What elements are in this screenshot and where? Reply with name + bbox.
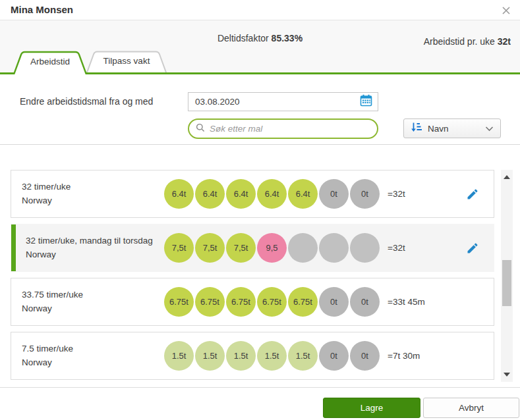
day-circle: 6.75t xyxy=(226,287,256,317)
day-circle: 7,5t xyxy=(164,233,194,263)
date-value: 03.08.2020 xyxy=(195,97,360,107)
template-total: =32t xyxy=(388,189,405,199)
day-circle: 1.5t xyxy=(288,341,318,371)
day-circle: 0t xyxy=(319,287,349,317)
calendar-icon[interactable] xyxy=(360,94,372,109)
day-circle: 7,5t xyxy=(226,233,256,263)
tab-tilpass-vakt-label: Tilpass vakt xyxy=(86,56,167,66)
arbeidstid-label: Arbeidstid pr. uke xyxy=(424,36,495,47)
day-circle: 6.4t xyxy=(257,179,287,209)
arbeidstid-summary: Arbeidstid pr. uke 32t xyxy=(424,36,511,47)
sort-ascending-icon xyxy=(411,122,422,136)
template-total: =32t xyxy=(388,243,405,253)
cancel-button[interactable]: Avbryt xyxy=(423,398,519,418)
template-total: =7t 30m xyxy=(388,351,420,361)
chevron-down-icon xyxy=(485,122,494,134)
day-circle: 6.4t xyxy=(288,179,318,209)
search-box xyxy=(188,118,378,139)
edit-button[interactable] xyxy=(466,188,479,201)
day-circle xyxy=(350,233,380,263)
template-row[interactable]: 32 timer/uke, mandag til torsdag Norway … xyxy=(11,224,494,272)
summary-band: Deltidsfaktor 85.33% Arbeidstid pr. uke … xyxy=(0,20,520,74)
save-button[interactable]: Lagre xyxy=(323,398,420,418)
sort-dropdown-value: Navn xyxy=(428,124,449,134)
modal-footer: Lagre Avbryt xyxy=(0,387,520,420)
scrollbar[interactable] xyxy=(501,170,513,382)
arbeidstid-value: 32t xyxy=(498,36,511,47)
template-row[interactable]: 32 timer/uke Norway 6.4t6.4t6.4t6.4t6.4t… xyxy=(11,170,494,218)
day-circles: 1.5t1.5t1.5t1.5t1.5t0t0t xyxy=(164,341,381,371)
scroll-down-arrow-icon[interactable] xyxy=(504,373,510,377)
template-unit: Norway xyxy=(22,356,164,370)
employee-worktime-modal: Mina Monsen Deltidsfaktor 85.33% Arbeids… xyxy=(0,0,520,420)
day-circle: 1.5t xyxy=(195,341,225,371)
template-unit: Norway xyxy=(22,302,164,316)
scroll-up-arrow-icon[interactable] xyxy=(504,175,510,179)
day-circle: 0t xyxy=(350,287,380,317)
day-circle: 6.75t xyxy=(195,287,225,317)
selected-indicator xyxy=(11,224,16,271)
day-circle: 0t xyxy=(350,179,380,209)
template-unit: Norway xyxy=(26,248,164,262)
template-total: =33t 45m xyxy=(388,297,425,307)
form-area: Endre arbeidstidsmal fra og med 03.08.20… xyxy=(0,74,520,145)
deltidsfaktor-value: 85.33% xyxy=(272,33,303,43)
day-circle: 6.4t xyxy=(226,179,256,209)
template-row[interactable]: 7.5 timer/uke Norway 1.5t1.5t1.5t1.5t1.5… xyxy=(11,332,494,380)
day-circle xyxy=(319,233,349,263)
date-input[interactable]: 03.08.2020 xyxy=(188,92,378,111)
template-row[interactable]: 33.75 timer/uke Norway 6.75t6.75t6.75t6.… xyxy=(11,278,494,326)
tab-arbeidstid[interactable]: Arbeidstid xyxy=(13,51,87,74)
template-name: 33.75 timer/uke xyxy=(22,288,164,302)
template-name: 7.5 timer/uke xyxy=(22,342,164,356)
modal-header: Mina Monsen xyxy=(0,0,520,20)
scrollbar-thumb[interactable] xyxy=(502,260,511,306)
template-list: 32 timer/uke Norway 6.4t6.4t6.4t6.4t6.4t… xyxy=(11,170,494,386)
day-circle: 1.5t xyxy=(257,341,287,371)
day-circle: 6.4t xyxy=(164,179,194,209)
day-circle: 6.75t xyxy=(164,287,194,317)
day-circles: 6.4t6.4t6.4t6.4t6.4t0t0t xyxy=(164,179,381,209)
search-icon xyxy=(196,123,205,135)
template-unit: Norway xyxy=(22,194,164,208)
edit-button[interactable] xyxy=(466,242,479,255)
day-circle: 1.5t xyxy=(164,341,194,371)
day-circle: 6.75t xyxy=(257,287,287,317)
day-circle: 9,5 xyxy=(257,233,287,263)
day-circle: 1.5t xyxy=(226,341,256,371)
template-name: 32 timer/uke xyxy=(22,180,164,194)
day-circle: 6.75t xyxy=(288,287,318,317)
day-circle xyxy=(288,233,318,263)
tab-tilpass-vakt[interactable]: Tilpass vakt xyxy=(86,51,167,72)
day-circle: 0t xyxy=(350,341,380,371)
close-icon[interactable] xyxy=(500,5,512,16)
date-field-label: Endre arbeidstidsmal fra og med xyxy=(20,96,153,107)
search-input[interactable] xyxy=(210,124,370,134)
day-circle: 0t xyxy=(319,179,349,209)
template-name: 32 timer/uke, mandag til torsdag xyxy=(26,234,164,248)
page-title: Mina Monsen xyxy=(11,4,73,15)
day-circle: 6.4t xyxy=(195,179,225,209)
tab-arbeidstid-label: Arbeidstid xyxy=(13,57,87,66)
day-circle: 7,5t xyxy=(195,233,225,263)
day-circles: 6.75t6.75t6.75t6.75t6.75t0t0t xyxy=(164,287,381,317)
day-circles: 7,5t7,5t7,5t9,5 xyxy=(164,233,381,263)
sort-dropdown[interactable]: Navn xyxy=(403,118,501,138)
deltidsfaktor-label: Deltidsfaktor xyxy=(217,33,269,43)
day-circle: 0t xyxy=(319,341,349,371)
tab-bar: Arbeidstid Tilpass vakt xyxy=(0,51,520,74)
